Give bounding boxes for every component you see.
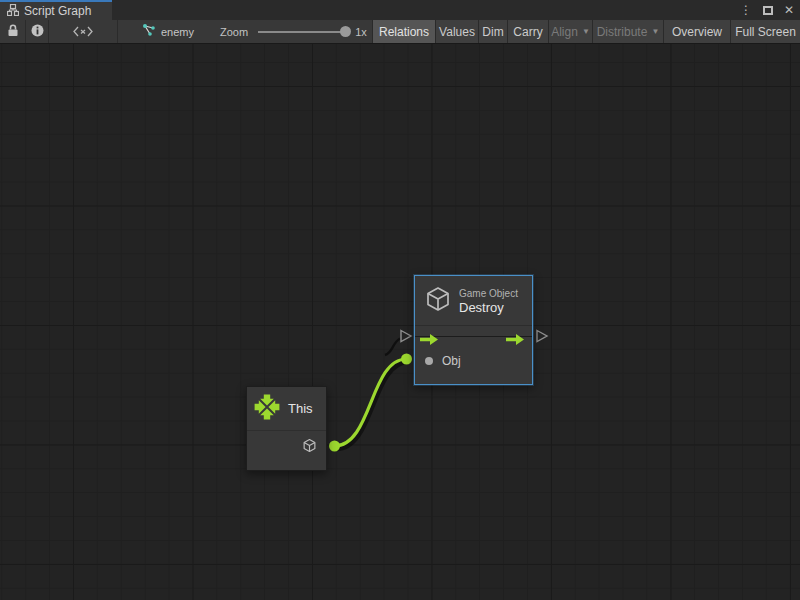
overview-label: Overview bbox=[672, 25, 722, 39]
carry-label: Carry bbox=[513, 25, 542, 39]
edge-layer bbox=[0, 44, 800, 600]
connection-shadow bbox=[337, 362, 409, 449]
flow-exit-arrow-icon[interactable] bbox=[506, 331, 525, 349]
graph-canvas[interactable]: Game Object Destroy Obj bbox=[0, 44, 800, 600]
node-title: This bbox=[288, 401, 313, 416]
info-icon bbox=[31, 23, 44, 41]
kebab-menu-icon[interactable]: ⋮ bbox=[740, 4, 752, 16]
chevron-down-icon: ▼ bbox=[582, 27, 590, 36]
info-button[interactable] bbox=[26, 20, 49, 43]
relations-toggle[interactable]: Relations bbox=[372, 20, 435, 43]
graph-toolbar: enemy Zoom 1x Relations Values Dim Carry… bbox=[0, 20, 800, 44]
destroy-node-header[interactable]: Game Object Destroy bbox=[415, 276, 532, 326]
node-destroy[interactable]: Game Object Destroy Obj bbox=[414, 275, 533, 385]
node-title: Destroy bbox=[459, 300, 518, 315]
this-output-port[interactable] bbox=[329, 441, 340, 452]
zoom-slider[interactable] bbox=[258, 31, 346, 33]
lock-button[interactable] bbox=[0, 20, 26, 43]
destroy-obj-input-port[interactable] bbox=[401, 354, 412, 365]
titlebar: Script Graph ⋮ ✕ bbox=[0, 0, 800, 20]
flow-enter-arrow-icon[interactable] bbox=[420, 331, 439, 349]
destroy-flow-row bbox=[415, 326, 532, 348]
fullscreen-label: Full Screen bbox=[735, 25, 796, 39]
zoom-control: Zoom 1x bbox=[220, 20, 367, 43]
value-connection[interactable] bbox=[335, 359, 407, 446]
zoom-label: Zoom bbox=[220, 26, 248, 38]
values-toggle[interactable]: Values bbox=[435, 20, 478, 43]
overview-button[interactable]: Overview bbox=[663, 20, 730, 43]
zoom-slider-handle[interactable] bbox=[340, 26, 351, 37]
graph-name: enemy bbox=[161, 26, 194, 38]
align-dropdown[interactable]: Align ▼ bbox=[548, 20, 592, 43]
destroy-flow-output-port[interactable] bbox=[537, 331, 547, 342]
this-node-header[interactable]: This bbox=[247, 387, 326, 431]
window-controls: ⋮ ✕ bbox=[740, 0, 794, 20]
lock-icon bbox=[7, 23, 19, 41]
game-object-cube-icon-small[interactable] bbox=[302, 438, 317, 457]
maximize-icon[interactable] bbox=[763, 6, 773, 15]
distribute-dropdown[interactable]: Distribute ▼ bbox=[592, 20, 663, 43]
obj-port-dot-icon[interactable] bbox=[425, 357, 433, 365]
tab-script-graph[interactable]: Script Graph bbox=[0, 0, 112, 20]
node-category: Game Object bbox=[459, 287, 518, 300]
destroy-flow-input-port[interactable] bbox=[401, 331, 411, 342]
fullscreen-button[interactable]: Full Screen bbox=[730, 20, 800, 43]
code-brackets-icon bbox=[73, 23, 93, 41]
inspect-code-button[interactable] bbox=[49, 20, 118, 43]
relations-label: Relations bbox=[379, 25, 429, 39]
distribute-label: Distribute bbox=[597, 25, 648, 39]
game-object-cube-icon bbox=[424, 285, 452, 317]
dim-toggle[interactable]: Dim bbox=[478, 20, 507, 43]
graph-reference[interactable]: enemy bbox=[142, 20, 194, 43]
tab-title: Script Graph bbox=[24, 4, 91, 18]
destroy-obj-row[interactable]: Obj bbox=[415, 348, 532, 374]
align-label: Align bbox=[551, 25, 578, 39]
close-icon[interactable]: ✕ bbox=[784, 4, 794, 16]
zoom-value: 1x bbox=[355, 26, 367, 38]
connection-hook-shadow bbox=[385, 339, 400, 356]
values-label: Values bbox=[439, 25, 475, 39]
obj-port-label: Obj bbox=[442, 354, 461, 368]
graph-hierarchy-icon bbox=[7, 2, 19, 20]
node-this[interactable]: This bbox=[246, 386, 327, 471]
dim-label: Dim bbox=[482, 25, 503, 39]
destroy-node-titles: Game Object Destroy bbox=[459, 287, 518, 315]
carry-toggle[interactable]: Carry bbox=[507, 20, 548, 43]
chevron-down-icon: ▼ bbox=[651, 27, 659, 36]
graph-nodes-icon bbox=[142, 23, 156, 41]
this-converge-arrows-icon bbox=[253, 393, 281, 425]
